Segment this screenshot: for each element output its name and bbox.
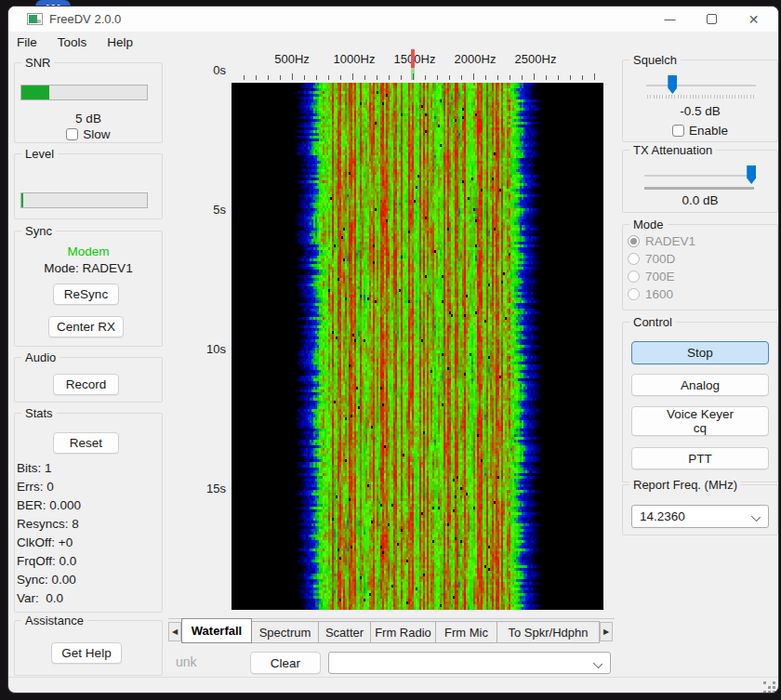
center-rx-button[interactable]: Center RX xyxy=(48,316,124,337)
tab-scatter[interactable]: Scatter xyxy=(319,621,371,643)
stat-errs: Errs: 0 xyxy=(17,480,54,494)
tx-attenuation-group-title: TX Attenuation xyxy=(629,143,716,157)
menu-tools[interactable]: Tools xyxy=(47,32,98,52)
mode-radio-label: 700D xyxy=(645,252,675,266)
report-freq-value: 14.2360 xyxy=(640,509,685,523)
assistance-group-title: Assistance xyxy=(21,614,87,627)
enable-checkbox[interactable] xyxy=(672,125,684,137)
tab-frm-radio[interactable]: Frm Radio xyxy=(371,621,436,643)
snr-value: 5 dB xyxy=(14,112,163,125)
resync-button[interactable]: ReSync xyxy=(53,284,119,305)
freedv-window: FreeDV 2.0.0 — ✕ File Tools Help SNR 5 d… xyxy=(7,6,779,693)
clear-button[interactable]: Clear xyxy=(250,652,321,674)
ptt-button[interactable]: PTT xyxy=(631,447,769,469)
waterfall-plot[interactable] xyxy=(232,83,603,610)
close-icon[interactable]: ✕ xyxy=(733,7,774,32)
audio-group-title: Audio xyxy=(21,350,60,364)
stat-bits: Bits: 1 xyxy=(17,461,52,475)
tab-spectrum[interactable]: Spectrum xyxy=(252,621,319,643)
stat-var: Var: 0.0 xyxy=(17,591,63,605)
tab-scroll-left-icon[interactable]: ◀ xyxy=(168,622,181,641)
mode-radio-label: 700E xyxy=(645,270,675,284)
stat-ber: BER: 0.000 xyxy=(17,498,81,512)
stat-resyncs: Resyncs: 8 xyxy=(17,517,79,531)
level-group: Level xyxy=(14,153,163,219)
voice-keyer-button[interactable]: Voice Keyer cq xyxy=(631,406,769,436)
freq-label-1500: 1500Hz xyxy=(387,52,443,66)
slow-checkbox-label: Slow xyxy=(83,127,110,141)
tx-attenuation-value: 0.0 dB xyxy=(622,193,778,207)
sync-mode: Mode: RADEV1 xyxy=(14,261,163,275)
freq-label-500: 500Hz xyxy=(264,52,320,66)
mode-radio-1600[interactable]: 1600 xyxy=(628,287,673,301)
analog-button[interactable]: Analog xyxy=(631,374,769,396)
record-button[interactable]: Record xyxy=(53,374,119,395)
time-label-0s: 0s xyxy=(189,63,226,77)
snr-slow-row: Slow xyxy=(14,127,163,141)
squelch-enable-row: Enable xyxy=(622,124,778,138)
maximize-icon[interactable] xyxy=(691,7,733,32)
stop-button[interactable]: Stop xyxy=(631,341,769,364)
stats-group-title: Stats xyxy=(21,406,57,420)
mode-group-title: Mode xyxy=(629,218,668,231)
reset-button[interactable]: Reset xyxy=(53,432,119,454)
tx-attenuation-slider[interactable] xyxy=(644,175,756,177)
rx-frequency-marker[interactable] xyxy=(411,49,415,68)
sync-status: Modem xyxy=(14,244,163,258)
squelch-slider[interactable] xyxy=(646,85,756,86)
menu-help[interactable]: Help xyxy=(97,32,143,52)
chevron-down-icon xyxy=(593,659,602,668)
squelch-group-title: Squelch xyxy=(629,53,681,67)
frequency-axis-ticks xyxy=(232,69,603,81)
control-group-title: Control xyxy=(629,315,676,329)
stat-frqoff: FrqOff: 0.0 xyxy=(17,554,76,568)
sync-group-title: Sync xyxy=(21,224,56,238)
received-text-combobox[interactable] xyxy=(328,652,611,674)
snr-gauge-fill xyxy=(21,86,49,99)
voice-keyer-label: Voice Keyer xyxy=(667,407,734,421)
report-freq-group-title: Report Freq. (MHz) xyxy=(629,478,741,492)
tab-to-spkr-hdphn[interactable]: To Spkr/Hdphn xyxy=(497,621,600,643)
time-label-5s: 5s xyxy=(189,203,226,217)
window-title: FreeDV 2.0.0 xyxy=(49,12,121,26)
menu-file[interactable]: File xyxy=(8,32,47,52)
time-label-15s: 15s xyxy=(189,482,226,495)
resize-grip[interactable] xyxy=(763,681,776,693)
tab-frm-mic[interactable]: Frm Mic xyxy=(436,621,497,643)
stat-clkoff: ClkOff: +0 xyxy=(17,535,73,549)
tab-scroll-right-icon[interactable]: ▶ xyxy=(600,622,613,641)
statusbar-divider xyxy=(8,677,778,678)
mode-radio-700e[interactable]: 700E xyxy=(628,270,675,284)
enable-checkbox-label: Enable xyxy=(689,124,728,138)
get-help-button[interactable]: Get Help xyxy=(51,642,122,664)
radio-icon xyxy=(628,271,640,283)
minimize-icon[interactable]: — xyxy=(649,7,691,32)
mode-radio-radev1[interactable]: RADEV1 xyxy=(628,234,695,248)
radio-icon xyxy=(628,235,640,247)
time-label-10s: 10s xyxy=(189,342,226,356)
tab-bar: ◀ Waterfall Spectrum Scatter Frm Radio F… xyxy=(168,618,613,644)
app-icon xyxy=(27,13,43,25)
report-freq-combobox[interactable]: 14.2360 xyxy=(631,505,769,528)
freq-label-1000: 1000Hz xyxy=(326,52,382,66)
mode-radio-label: 1600 xyxy=(645,287,673,301)
level-gauge-fill xyxy=(21,193,23,207)
freq-label-2000: 2000Hz xyxy=(447,52,503,66)
stat-sync: Sync: 0.00 xyxy=(17,573,76,587)
level-group-title: Level xyxy=(21,147,58,161)
radio-icon xyxy=(628,288,640,300)
mode-radio-label: RADEV1 xyxy=(645,234,695,248)
tab-waterfall[interactable]: Waterfall xyxy=(181,618,252,643)
voice-keyer-macro: cq xyxy=(694,421,707,435)
level-gauge xyxy=(20,192,148,208)
titlebar[interactable]: FreeDV 2.0.0 — ✕ xyxy=(8,7,778,32)
tx-attenuation-groove xyxy=(644,187,754,190)
slow-checkbox[interactable] xyxy=(66,128,78,140)
chevron-down-icon xyxy=(751,512,761,522)
mode-radio-700d[interactable]: 700D xyxy=(628,252,675,266)
radio-icon xyxy=(628,253,640,265)
squelch-value: -0.5 dB xyxy=(622,104,778,118)
snr-gauge xyxy=(20,85,148,100)
callsign-status-text: unk xyxy=(176,654,197,669)
freq-label-2500: 2500Hz xyxy=(508,52,563,66)
